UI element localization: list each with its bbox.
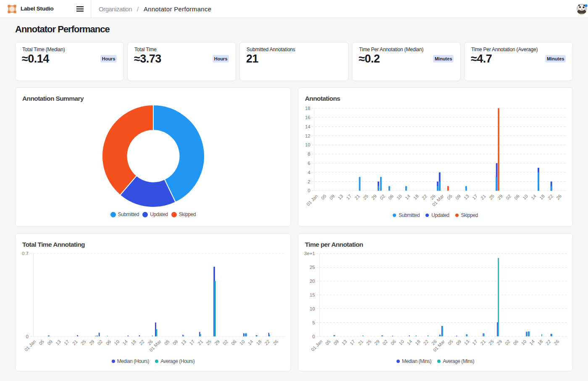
svg-text:05: 05 xyxy=(163,339,171,346)
svg-text:14: 14 xyxy=(406,339,413,346)
svg-text:10: 10 xyxy=(520,339,527,346)
svg-text:13: 13 xyxy=(337,193,344,201)
svg-text:17: 17 xyxy=(63,339,70,346)
svg-text:26: 26 xyxy=(553,339,560,346)
svg-text:0: 0 xyxy=(312,334,315,339)
svg-text:09: 09 xyxy=(46,339,53,346)
svg-text:13: 13 xyxy=(55,339,62,346)
svg-text:13: 13 xyxy=(341,339,348,346)
svg-text:4: 4 xyxy=(308,170,311,175)
svg-text:22: 22 xyxy=(422,339,429,346)
svg-text:6: 6 xyxy=(308,161,310,166)
svg-text:10: 10 xyxy=(310,306,315,311)
svg-text:10: 10 xyxy=(396,193,403,201)
svg-text:5: 5 xyxy=(312,320,315,325)
svg-text:25: 25 xyxy=(362,193,369,201)
svg-text:25: 25 xyxy=(488,193,495,201)
svg-text:05: 05 xyxy=(38,339,45,346)
svg-text:29: 29 xyxy=(496,193,504,201)
svg-text:29: 29 xyxy=(213,339,220,346)
svg-text:29: 29 xyxy=(373,339,381,346)
svg-text:05: 05 xyxy=(324,339,331,346)
svg-text:10: 10 xyxy=(398,339,405,346)
svg-text:0: 0 xyxy=(308,188,310,193)
svg-text:10: 10 xyxy=(239,339,246,346)
svg-text:15: 15 xyxy=(310,292,315,297)
svg-text:14: 14 xyxy=(530,193,537,201)
svg-text:14: 14 xyxy=(121,339,129,346)
svg-text:06: 06 xyxy=(390,339,397,346)
svg-text:18: 18 xyxy=(305,106,310,111)
svg-text:21: 21 xyxy=(357,339,364,346)
svg-text:13: 13 xyxy=(463,193,470,201)
svg-text:01 Jan: 01 Jan xyxy=(310,339,323,352)
svg-text:02: 02 xyxy=(96,339,103,346)
svg-text:29: 29 xyxy=(88,339,95,346)
svg-text:18: 18 xyxy=(255,339,262,346)
svg-text:06: 06 xyxy=(230,339,237,346)
svg-text:18: 18 xyxy=(412,193,420,201)
svg-text:29: 29 xyxy=(370,193,378,201)
svg-text:29: 29 xyxy=(496,339,503,346)
svg-text:22: 22 xyxy=(547,193,554,201)
svg-text:21: 21 xyxy=(71,339,79,346)
svg-text:18: 18 xyxy=(130,339,137,346)
svg-text:18: 18 xyxy=(536,339,543,346)
svg-text:26: 26 xyxy=(272,339,279,346)
svg-text:01 Jan: 01 Jan xyxy=(305,193,319,207)
svg-text:14: 14 xyxy=(404,193,411,201)
svg-text:13: 13 xyxy=(463,339,470,346)
svg-text:25: 25 xyxy=(80,339,87,346)
svg-text:18: 18 xyxy=(414,339,421,346)
svg-text:09: 09 xyxy=(454,193,462,201)
svg-text:25: 25 xyxy=(310,265,315,270)
svg-text:21: 21 xyxy=(480,193,487,201)
svg-text:25: 25 xyxy=(365,339,372,346)
svg-text:05: 05 xyxy=(447,339,454,346)
svg-text:22: 22 xyxy=(263,339,270,346)
svg-text:0: 0 xyxy=(26,334,29,339)
svg-text:2: 2 xyxy=(308,179,310,184)
svg-text:13: 13 xyxy=(180,339,187,346)
svg-text:14: 14 xyxy=(305,124,310,129)
svg-text:22: 22 xyxy=(138,339,145,346)
svg-text:0.7: 0.7 xyxy=(22,251,29,256)
svg-text:06: 06 xyxy=(105,339,112,346)
svg-text:09: 09 xyxy=(172,339,179,346)
svg-text:06: 06 xyxy=(512,339,519,346)
svg-text:10: 10 xyxy=(305,142,310,147)
svg-text:21: 21 xyxy=(479,339,486,346)
svg-text:21: 21 xyxy=(197,339,204,346)
svg-text:25: 25 xyxy=(205,339,212,346)
svg-text:09: 09 xyxy=(333,339,340,346)
svg-text:02: 02 xyxy=(504,339,511,346)
svg-text:06: 06 xyxy=(513,193,520,201)
svg-text:17: 17 xyxy=(471,193,478,201)
svg-text:02: 02 xyxy=(505,193,512,201)
svg-text:3e+1: 3e+1 xyxy=(304,251,315,256)
svg-text:17: 17 xyxy=(349,339,356,346)
svg-text:25: 25 xyxy=(488,339,495,346)
svg-text:14: 14 xyxy=(247,339,254,346)
svg-text:10: 10 xyxy=(522,193,529,201)
svg-text:10: 10 xyxy=(113,339,120,346)
svg-text:05: 05 xyxy=(320,193,327,201)
svg-text:8: 8 xyxy=(308,151,310,157)
svg-text:02: 02 xyxy=(381,339,388,346)
svg-text:17: 17 xyxy=(188,339,195,346)
svg-text:05: 05 xyxy=(446,193,453,201)
svg-text:09: 09 xyxy=(455,339,462,346)
svg-text:12: 12 xyxy=(305,133,310,138)
svg-text:20: 20 xyxy=(310,279,315,284)
svg-text:01 Jan: 01 Jan xyxy=(24,339,37,352)
svg-text:21: 21 xyxy=(354,193,361,201)
svg-text:09: 09 xyxy=(328,193,336,201)
svg-text:02: 02 xyxy=(222,339,229,346)
svg-text:06: 06 xyxy=(387,193,394,201)
svg-text:17: 17 xyxy=(345,193,352,201)
svg-text:22: 22 xyxy=(545,339,552,346)
svg-text:02: 02 xyxy=(379,193,386,201)
svg-text:26: 26 xyxy=(555,193,562,201)
svg-text:18: 18 xyxy=(538,193,546,201)
svg-text:16: 16 xyxy=(305,115,310,120)
